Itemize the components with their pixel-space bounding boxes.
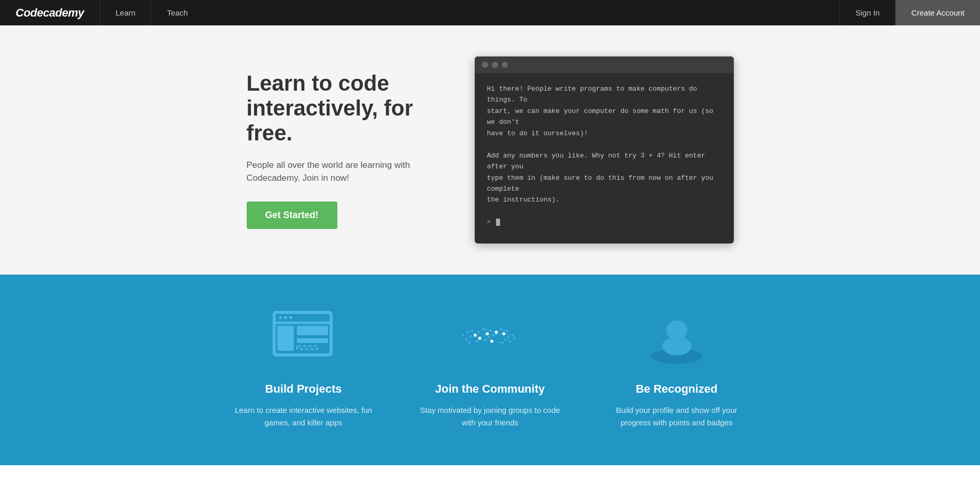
terminal-window: Hi there! People write programs to make … <box>475 56 734 243</box>
get-started-button[interactable]: Get Started! <box>247 202 337 229</box>
browser-icon <box>267 306 340 368</box>
svg-point-18 <box>467 341 470 344</box>
features-section: Build Projects Learn to create interacti… <box>0 275 980 465</box>
terminal-dot-1 <box>482 62 488 68</box>
logo[interactable]: Codecademy <box>0 6 100 20</box>
feature-be-recognized-desc: Build your profile and show off your pro… <box>604 404 749 429</box>
svg-point-54 <box>502 332 505 335</box>
nav-right: Sign In Create Account <box>840 0 980 25</box>
terminal-line-3: have to do it ourselves)! <box>487 130 588 137</box>
feature-be-recognized-title: Be Recognized <box>604 382 749 396</box>
feature-join-community-title: Join the Community <box>418 382 563 396</box>
svg-point-53 <box>494 331 498 334</box>
svg-point-56 <box>478 337 481 340</box>
terminal-line-5: Add any numbers you like. Why not try 3 … <box>487 152 705 170</box>
terminal-line-2: start, we can make your computer do some… <box>487 107 714 126</box>
svg-point-12 <box>465 338 467 341</box>
svg-point-9 <box>462 334 464 336</box>
svg-point-30 <box>507 335 509 338</box>
svg-rect-4 <box>297 338 328 343</box>
svg-line-46 <box>493 334 503 335</box>
terminal-line-1: Hi there! People write programs to make … <box>487 85 698 104</box>
feature-build-projects-desc: Learn to create interactive websites, fu… <box>231 404 376 429</box>
hero-text: Learn to code interactively, for free. P… <box>247 71 433 229</box>
terminal-body: Hi there! People write programs to make … <box>475 73 734 243</box>
terminal-titlebar <box>475 56 734 73</box>
hero-section: Learn to code interactively, for free. P… <box>0 25 980 275</box>
svg-line-50 <box>476 340 486 341</box>
hero-title: Learn to code interactively, for free. <box>247 71 433 146</box>
svg-point-32 <box>508 340 511 342</box>
svg-rect-60 <box>673 338 681 345</box>
terminal-dot-2 <box>492 62 498 68</box>
svg-rect-5 <box>297 346 318 349</box>
feature-be-recognized: Be Recognized Build your profile and sho… <box>584 306 770 429</box>
svg-point-52 <box>486 332 489 335</box>
svg-point-7 <box>284 316 287 319</box>
feature-join-community-desc: Stay motivated by joining groups to code… <box>418 404 563 429</box>
terminal-line-6: type them in (make sure to do this from … <box>487 174 714 193</box>
terminal-prompt: > <box>487 218 491 226</box>
nav-learn[interactable]: Learn <box>100 0 151 25</box>
svg-point-11 <box>469 335 472 338</box>
svg-line-49 <box>491 341 502 342</box>
terminal-cursor <box>496 219 500 226</box>
navbar: Codecademy Learn Teach Sign In Create Ac… <box>0 0 980 25</box>
svg-line-39 <box>478 329 484 332</box>
network-icon <box>454 306 527 368</box>
nav-teach[interactable]: Teach <box>151 0 203 25</box>
svg-point-55 <box>490 340 493 343</box>
feature-join-community: Join the Community Stay motivated by joi… <box>397 306 584 429</box>
person-icon <box>641 306 713 368</box>
svg-point-31 <box>504 338 506 341</box>
terminal-line-7: the instructions). <box>487 196 560 204</box>
hero-subtitle: People all over the world are learning w… <box>247 159 433 185</box>
feature-build-projects: Build Projects Learn to create interacti… <box>210 306 397 429</box>
svg-point-6 <box>279 316 282 319</box>
svg-point-51 <box>473 334 476 337</box>
signin-button[interactable]: Sign In <box>840 0 896 25</box>
svg-rect-2 <box>277 326 294 351</box>
svg-point-35 <box>513 337 516 339</box>
svg-rect-3 <box>297 326 328 335</box>
terminal-dot-3 <box>502 62 508 68</box>
feature-build-projects-title: Build Projects <box>231 382 376 396</box>
create-account-button[interactable]: Create Account <box>895 0 980 25</box>
svg-point-8 <box>289 316 292 319</box>
nav-links: Learn Teach <box>100 0 203 25</box>
